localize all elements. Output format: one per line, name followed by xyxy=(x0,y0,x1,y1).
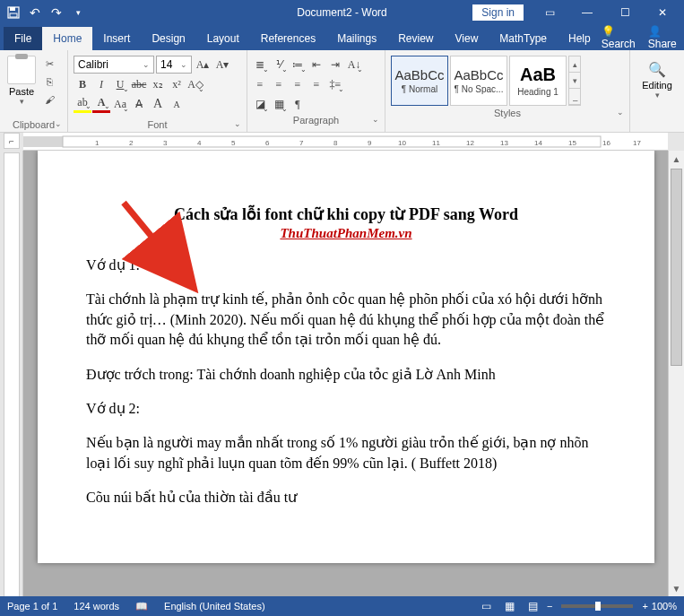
bold-button[interactable]: B xyxy=(74,75,91,93)
clear-format-icon[interactable]: A◇ xyxy=(186,75,204,93)
zoom-out-button[interactable]: − xyxy=(547,601,552,612)
tab-design[interactable]: Design xyxy=(141,27,195,50)
group-label-clipboard: Clipboard xyxy=(4,117,64,132)
borders-button[interactable]: ▦ xyxy=(270,95,288,113)
svg-text:5: 5 xyxy=(231,139,236,147)
justify-button[interactable]: ≡ xyxy=(307,75,325,93)
vertical-scrollbar[interactable]: ▲ ▼ xyxy=(668,151,684,596)
font-size-select[interactable]: 14 xyxy=(156,56,192,74)
maximize-icon[interactable]: ☐ xyxy=(607,0,643,25)
svg-text:12: 12 xyxy=(466,139,474,147)
increase-indent-button[interactable]: ⇥ xyxy=(326,56,344,74)
shrink-font-icon[interactable]: A▾ xyxy=(213,56,231,74)
status-words[interactable]: 124 words xyxy=(74,601,119,612)
minimize-icon[interactable]: — xyxy=(569,0,605,25)
shrink-a-icon[interactable]: A xyxy=(168,95,186,113)
tab-review[interactable]: Review xyxy=(387,27,444,50)
zoom-level[interactable]: 100% xyxy=(652,601,677,612)
font-color-button[interactable]: A xyxy=(92,95,110,113)
strike-button[interactable]: abc xyxy=(130,75,148,93)
page-scroll[interactable]: Cách sửa lỗi font chữ khi copy từ PDF sa… xyxy=(23,151,668,596)
decrease-indent-button[interactable]: ⇤ xyxy=(307,56,325,74)
tab-mailings[interactable]: Mailings xyxy=(326,27,387,50)
tab-selector-icon[interactable]: ⌐ xyxy=(4,133,20,149)
svg-text:9: 9 xyxy=(368,139,372,147)
tab-references[interactable]: References xyxy=(250,27,326,50)
doc-paragraph: Cõu núi bất hủ của thiờn tài đầu tư xyxy=(86,488,606,508)
scroll-down-icon[interactable]: ▼ xyxy=(669,580,684,596)
align-left-button[interactable]: ≡ xyxy=(251,75,269,93)
align-right-button[interactable]: ≡ xyxy=(289,75,307,93)
status-language[interactable]: English (United States) xyxy=(164,601,265,612)
italic-button[interactable]: I xyxy=(92,75,110,93)
signin-button[interactable]: Sign in xyxy=(472,4,524,22)
svg-text:1: 1 xyxy=(95,139,100,147)
show-marks-button[interactable]: ¶ xyxy=(289,95,307,113)
grow-a-icon[interactable]: A xyxy=(149,95,167,113)
svg-text:16: 16 xyxy=(602,139,610,147)
multilevel-button[interactable]: ≔ xyxy=(289,56,307,74)
line-spacing-button[interactable]: ‡≡ xyxy=(326,75,344,93)
tell-me[interactable]: 💡 Search xyxy=(602,25,636,50)
find-icon[interactable]: 🔍 xyxy=(648,61,666,78)
scroll-thumb[interactable] xyxy=(671,169,682,366)
svg-text:6: 6 xyxy=(265,139,270,147)
style-no-spacing[interactable]: AaBbCc ¶ No Spac... xyxy=(450,56,507,106)
redo-icon[interactable]: ↷ xyxy=(47,3,66,22)
status-spellcheck-icon[interactable]: 📖 xyxy=(135,601,148,612)
tab-view[interactable]: View xyxy=(445,27,489,50)
document-page[interactable]: Cách sửa lỗi font chữ khi copy từ PDF sa… xyxy=(38,151,654,563)
qat-dropdown-icon[interactable]: ▾ xyxy=(68,3,88,22)
group-label-paragraph: Paragraph xyxy=(251,113,381,127)
numbering-button[interactable]: ⅟ xyxy=(270,56,288,74)
tab-mathtype[interactable]: MathType xyxy=(489,27,558,50)
window-title: Document2 - Word xyxy=(297,6,386,19)
save-icon[interactable] xyxy=(4,3,23,22)
vertical-ruler[interactable] xyxy=(0,151,23,596)
style-heading-1[interactable]: AaB Heading 1 xyxy=(509,56,567,106)
view-web-icon[interactable]: ▤ xyxy=(524,598,543,614)
status-page[interactable]: Page 1 of 1 xyxy=(7,601,57,612)
copy-icon[interactable]: ⎘ xyxy=(41,74,57,90)
zoom-slider[interactable] xyxy=(561,604,633,608)
view-print-icon[interactable]: ▦ xyxy=(500,598,520,614)
align-center-button[interactable]: ≡ xyxy=(270,75,288,93)
font-name-select[interactable]: Calibri xyxy=(74,56,154,74)
ribbon-display-icon[interactable]: ▭ xyxy=(532,0,567,25)
style-normal[interactable]: AaBbCc ¶ Normal xyxy=(391,56,448,106)
superscript-button[interactable]: x² xyxy=(168,75,186,93)
scroll-up-icon[interactable]: ▲ xyxy=(669,151,684,167)
close-icon[interactable]: ✕ xyxy=(645,0,680,25)
bullets-button[interactable]: ≣ xyxy=(251,56,269,74)
zoom-in-button[interactable]: + xyxy=(642,601,647,612)
document-area: Cách sửa lỗi font chữ khi copy từ PDF sa… xyxy=(0,151,684,596)
sort-button[interactable]: A↓ xyxy=(345,56,363,74)
styles-scroll[interactable]: ▴▾⎯ xyxy=(568,56,581,106)
svg-rect-2 xyxy=(10,13,17,17)
horizontal-ruler[interactable]: 123 456 789 101112 131415 1617 xyxy=(23,133,668,151)
tab-file[interactable]: File xyxy=(4,27,42,50)
tab-layout[interactable]: Layout xyxy=(196,27,250,50)
doc-paragraph: Vớ dụ 1: xyxy=(86,256,606,275)
undo-icon[interactable]: ↶ xyxy=(25,3,45,22)
paste-icon[interactable] xyxy=(7,56,36,84)
tab-home[interactable]: Home xyxy=(42,27,92,50)
shading-button[interactable]: ◪ xyxy=(251,95,269,113)
subscript-button[interactable]: x₂ xyxy=(149,75,167,93)
tab-insert[interactable]: Insert xyxy=(92,27,141,50)
doc-paragraph: Vớ dụ 2: xyxy=(86,399,606,419)
ribbon: Paste ▾ ✂ ⎘ 🖌 Clipboard Calibri 14 A▴ A▾… xyxy=(0,50,684,133)
tab-help[interactable]: Help xyxy=(558,27,602,50)
svg-text:13: 13 xyxy=(500,139,508,147)
paste-button[interactable]: Paste xyxy=(9,86,34,97)
grow-font-icon[interactable]: A▴ xyxy=(194,56,212,74)
editing-button[interactable]: Editing xyxy=(642,80,672,91)
format-painter-icon[interactable]: 🖌 xyxy=(41,91,57,108)
cut-icon[interactable]: ✂ xyxy=(41,56,57,72)
view-read-icon[interactable]: ▭ xyxy=(477,598,497,614)
highlight-button[interactable]: ab xyxy=(74,95,91,113)
char-scale-button[interactable]: A̶ xyxy=(130,95,148,113)
underline-button[interactable]: U xyxy=(111,75,129,93)
share-button[interactable]: 👤 Share xyxy=(648,25,677,50)
change-case-button[interactable]: Aa xyxy=(111,95,129,113)
